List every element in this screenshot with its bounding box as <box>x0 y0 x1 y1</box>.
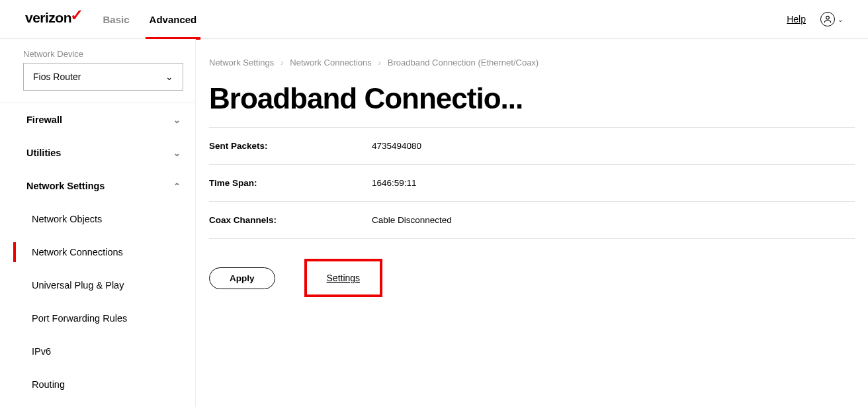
chevron-down-icon: ⌄ <box>173 148 181 158</box>
table-row: Time Span: 1646:59:11 <box>209 165 855 202</box>
sidebar-item-label: Network Objects <box>32 214 102 224</box>
breadcrumb-item[interactable]: Network Settings <box>209 58 274 68</box>
tab-basic[interactable]: Basic <box>103 0 130 39</box>
account-menu[interactable]: ⌄ <box>820 12 843 26</box>
header-right: Help ⌄ <box>787 12 843 26</box>
verizon-logo: verizon ✓ <box>25 10 83 28</box>
sidebar-item-label: Universal Plug & Play <box>32 280 124 291</box>
layout: Network Device Fios Router ⌄ Firewall ⌄ … <box>0 39 868 407</box>
table-row: Coax Channels: Cable Disconnected <box>209 202 855 239</box>
row-value: 1646:59:11 <box>372 178 417 188</box>
chevron-down-icon: ⌄ <box>165 71 173 82</box>
sidebar-group-label: Network Settings <box>26 181 105 191</box>
device-select-value: Fios Router <box>33 71 81 82</box>
sidebar-item-label: Network Connections <box>32 247 123 257</box>
sidebar-item-routing[interactable]: Routing <box>0 368 195 401</box>
device-block: Network Device Fios Router ⌄ <box>0 39 195 103</box>
top-tabs: Basic Advanced <box>103 0 197 39</box>
sidebar-group-firewall[interactable]: Firewall ⌄ <box>0 103 195 136</box>
action-row: Apply Settings <box>209 259 855 297</box>
chevron-up-icon: ⌃ <box>173 181 181 191</box>
chevron-right-icon: › <box>378 58 381 68</box>
sidebar-group-label: Utilities <box>26 148 61 158</box>
sidebar-group-label: Firewall <box>26 114 62 125</box>
settings-link[interactable]: Settings <box>327 273 361 283</box>
row-label: Coax Channels: <box>209 215 372 225</box>
logo-text: verizon <box>25 10 71 26</box>
sidebar-item-port-forwarding[interactable]: Port Forwarding Rules <box>0 302 195 335</box>
sidebar-nav: Firewall ⌄ Utilities ⌄ Network Settings … <box>0 103 195 401</box>
sidebar-item-network-connections[interactable]: Network Connections <box>0 236 195 269</box>
app-header: verizon ✓ Basic Advanced Help ⌄ <box>0 0 868 39</box>
table-row: Sent Packets: 4735494080 <box>209 128 855 165</box>
apply-button[interactable]: Apply <box>209 267 275 289</box>
page-title: Broadband Connectio... <box>209 82 855 115</box>
sidebar-item-ipv6[interactable]: IPv6 <box>0 335 195 368</box>
sidebar: Network Device Fios Router ⌄ Firewall ⌄ … <box>0 39 196 407</box>
user-icon <box>820 12 835 26</box>
breadcrumb-item[interactable]: Broadband Connection (Ethernet/Coax) <box>388 58 539 68</box>
sidebar-item-network-objects[interactable]: Network Objects <box>0 203 195 236</box>
main-content: Network Settings › Network Connections ›… <box>196 39 868 407</box>
device-select[interactable]: Fios Router ⌄ <box>23 63 183 91</box>
device-label: Network Device <box>23 49 183 59</box>
row-label: Time Span: <box>209 178 372 188</box>
sidebar-item-label: Port Forwarding Rules <box>32 313 127 324</box>
breadcrumb-item[interactable]: Network Connections <box>290 58 372 68</box>
row-label: Sent Packets: <box>209 141 372 151</box>
sidebar-group-network-settings[interactable]: Network Settings ⌃ <box>0 169 195 203</box>
chevron-down-icon: ⌄ <box>838 16 843 23</box>
row-value: 4735494080 <box>372 141 421 151</box>
row-value: Cable Disconnected <box>372 215 452 225</box>
breadcrumb: Network Settings › Network Connections ›… <box>209 58 855 68</box>
tab-advanced[interactable]: Advanced <box>150 0 197 39</box>
sidebar-group-utilities[interactable]: Utilities ⌄ <box>0 136 195 169</box>
help-link[interactable]: Help <box>787 14 806 24</box>
sidebar-item-upnp[interactable]: Universal Plug & Play <box>0 269 195 302</box>
sidebar-item-label: IPv6 <box>32 346 51 357</box>
chevron-right-icon: › <box>281 58 283 68</box>
svg-point-0 <box>826 16 830 19</box>
info-table: Sent Packets: 4735494080 Time Span: 1646… <box>209 127 855 239</box>
settings-highlight-box: Settings <box>304 259 383 297</box>
verizon-check-icon: ✓ <box>70 6 83 24</box>
sidebar-item-label: Routing <box>32 379 65 390</box>
chevron-down-icon: ⌄ <box>173 115 181 125</box>
